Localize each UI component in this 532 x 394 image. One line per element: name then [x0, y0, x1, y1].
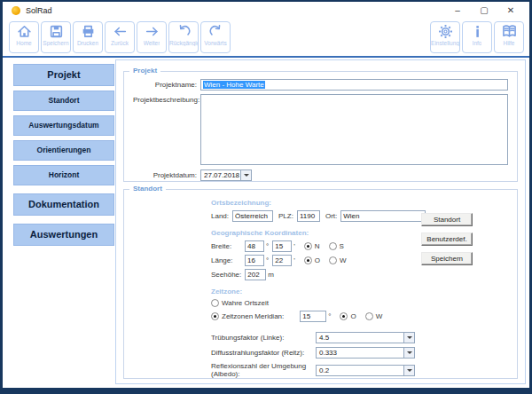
laenge-grad-input[interactable] [245, 255, 264, 266]
zeitzonen-meridian-radio[interactable] [211, 312, 219, 320]
zeitzonen-meridian-label: Zeitzonen Meridian: [222, 312, 284, 320]
meridian-input[interactable] [300, 311, 326, 322]
wahre-ortszeit-radio[interactable] [211, 299, 219, 307]
sidebar-item-dokumentation[interactable]: Dokumentation [13, 193, 114, 216]
seehoehe-label: Seehöhe: [211, 271, 241, 279]
help-button[interactable]: Hilfe [494, 21, 524, 53]
projekt-group-title: Projekt [129, 67, 160, 75]
breite-label: Breite: [211, 242, 241, 250]
plz-input[interactable] [297, 210, 320, 222]
wahre-ortszeit-label: Wahre Ortszeit [222, 299, 269, 307]
seehoehe-unit: m [268, 271, 274, 279]
toolbar-right-group: Einstellung Info Hilfe [430, 21, 524, 53]
undo-button[interactable]: Rückgängig [168, 21, 199, 53]
land-input[interactable] [232, 210, 273, 222]
ort-label: Ort: [325, 212, 337, 220]
close-button[interactable]: ✕ [497, 3, 524, 19]
print-icon [81, 24, 96, 39]
toolbar-left-group: Home Speichern Drucken Zurück [9, 21, 231, 53]
projektname-selected-text: Wien - Hohe Warte [203, 81, 265, 89]
app-logo-sun-icon [12, 6, 20, 15]
sidebar-item-orientierungen[interactable]: Orientierungen [13, 140, 114, 161]
content-area: Projekt Standort Auswertungsdatum Orient… [3, 58, 529, 388]
projektbeschreibung-textarea[interactable] [200, 94, 508, 165]
save-icon [49, 24, 64, 39]
book-icon [502, 24, 517, 39]
title-bar: SolRad – ▢ ✕ [3, 2, 529, 20]
reflexionszahl-dropdown[interactable]: 0.2 [316, 365, 415, 376]
laenge-min-input[interactable] [272, 255, 292, 266]
back-arrow-icon [113, 24, 128, 39]
forward-arrow-icon [145, 24, 160, 39]
diffusstrahlungsfaktor-dropdown[interactable]: 0.333 [316, 347, 415, 359]
laenge-west-radio[interactable] [329, 256, 337, 264]
standort-lookup-button[interactable]: Standort [421, 213, 473, 226]
main-panel: Projekt Projektname: Wien - Hohe Warte P… [115, 59, 526, 384]
settings-button[interactable]: Einstellung [430, 21, 460, 53]
sidebar-nav: Projekt Standort Auswertungsdatum Orient… [13, 64, 114, 250]
truebungsfaktor-label: Trübungsfaktor (Linke): [211, 334, 316, 342]
maximize-button[interactable]: ▢ [471, 3, 497, 19]
projektdatum-dropdown[interactable]: 27.07.2018 [200, 169, 252, 181]
toolbar: Home Speichern Drucken Zurück [3, 20, 529, 56]
breite-min-input[interactable] [272, 240, 292, 252]
speichern-button[interactable]: Speichern [421, 252, 473, 265]
truebungsfaktor-dropdown[interactable]: 4.5 [316, 332, 415, 343]
standort-group-title: Standort [129, 185, 166, 193]
meridian-ost-radio[interactable] [340, 312, 348, 320]
standort-groupbox: Standort Ortsbezeichnung: Land: PLZ: Ort… [123, 189, 518, 379]
sidebar-item-auswertungsdatum[interactable]: Auswertungsdatum [13, 115, 114, 136]
sidebar-item-auswertungen[interactable]: Auswertungen [13, 224, 114, 246]
benutzerdef-button[interactable]: Benutzerdef. [421, 232, 473, 246]
sidebar-item-projekt[interactable]: Projekt [13, 64, 114, 86]
ortsbezeichnung-section-label: Ortsbezeichnung: [211, 199, 517, 207]
projekt-groupbox: Projekt Projektname: Wien - Hohe Warte P… [123, 71, 518, 182]
redo-button[interactable]: Vorwärts [200, 21, 231, 53]
meridian-west-radio[interactable] [365, 312, 373, 320]
land-label: Land: [211, 212, 229, 220]
breite-nord-radio[interactable] [304, 242, 312, 250]
app-window: SolRad – ▢ ✕ Home Speichern [0, 0, 532, 394]
redo-icon [208, 24, 223, 39]
sidebar-item-standort[interactable]: Standort [13, 91, 114, 111]
diffusstrahlungsfaktor-label: Diffusstrahlungsfaktor (Reitz): [211, 349, 316, 357]
breite-grad-input[interactable] [245, 240, 264, 252]
projektname-input[interactable]: Wien - Hohe Warte [200, 79, 508, 91]
home-button[interactable]: Home [9, 21, 39, 53]
zeitzone-section-label: Zeitzone: [211, 288, 517, 296]
plz-label: PLZ: [278, 212, 293, 220]
seehoehe-input[interactable] [245, 269, 266, 280]
laenge-ost-radio[interactable] [304, 256, 312, 264]
projektdatum-label: Projektdatum: [133, 171, 197, 179]
window-title: SolRad [26, 6, 52, 15]
info-button[interactable]: Info [462, 21, 492, 53]
reflexionszahl-label: Reflexionszahl der Umgebung (Albedo): [211, 362, 316, 378]
ort-input[interactable] [340, 210, 426, 222]
minimize-button[interactable]: – [444, 3, 471, 19]
save-button[interactable]: Speichern [41, 21, 71, 53]
print-button[interactable]: Drucken [73, 21, 103, 53]
breite-sued-radio[interactable] [329, 242, 337, 250]
info-icon [470, 24, 485, 39]
dropdown-arrow-icon[interactable] [403, 366, 414, 375]
gear-icon [438, 24, 453, 39]
dropdown-arrow-icon[interactable] [240, 170, 251, 180]
home-icon [17, 24, 32, 39]
projektname-label: Projektname: [133, 81, 197, 89]
undo-icon [176, 24, 192, 39]
laenge-label: Länge: [211, 256, 241, 264]
sidebar-item-horizont[interactable]: Horizont [13, 165, 114, 185]
back-button[interactable]: Zurück [105, 21, 135, 53]
standort-button-column: Standort Benutzerdef. Speichern [421, 213, 474, 272]
projektbeschreibung-label: Projektbeschreibung: [133, 94, 197, 104]
dropdown-arrow-icon[interactable] [403, 348, 414, 358]
forward-button[interactable]: Weiter [137, 21, 167, 53]
dropdown-arrow-icon[interactable] [403, 333, 414, 343]
